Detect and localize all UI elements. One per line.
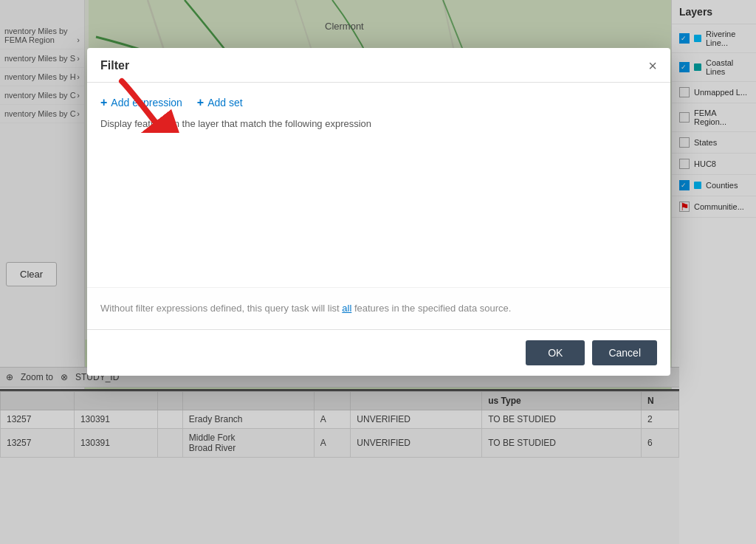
modal-header: Filter × bbox=[87, 48, 670, 83]
info-text-link[interactable]: all bbox=[342, 303, 351, 314]
add-set-label: Add set bbox=[207, 97, 242, 109]
add-set-link[interactable]: + Add set bbox=[197, 96, 243, 109]
ok-button[interactable]: OK bbox=[526, 340, 585, 365]
modal-close-button[interactable]: × bbox=[648, 58, 657, 73]
modal-description: Display features in the layer that match… bbox=[100, 118, 657, 129]
filter-modal: Filter × + Add expression + Add set Disp… bbox=[87, 48, 670, 376]
modal-empty-area bbox=[100, 129, 657, 277]
plus-icon: + bbox=[100, 96, 107, 109]
modal-footer: OK Cancel bbox=[87, 329, 670, 376]
modal-title: Filter bbox=[100, 59, 129, 72]
modal-info-section: Without filter expressions defined, this… bbox=[87, 287, 670, 329]
modal-actions-row: + Add expression + Add set bbox=[100, 96, 657, 109]
modal-body: + Add expression + Add set Display featu… bbox=[87, 83, 670, 287]
plus-icon-2: + bbox=[197, 96, 204, 109]
add-expression-label: Add expression bbox=[111, 97, 182, 109]
info-text-after: features in the specified data source. bbox=[351, 303, 511, 314]
add-expression-link[interactable]: + Add expression bbox=[100, 96, 182, 109]
modal-info-text: Without filter expressions defined, this… bbox=[100, 301, 657, 316]
cancel-button[interactable]: Cancel bbox=[592, 340, 657, 365]
info-text-before: Without filter expressions defined, this… bbox=[100, 303, 342, 314]
